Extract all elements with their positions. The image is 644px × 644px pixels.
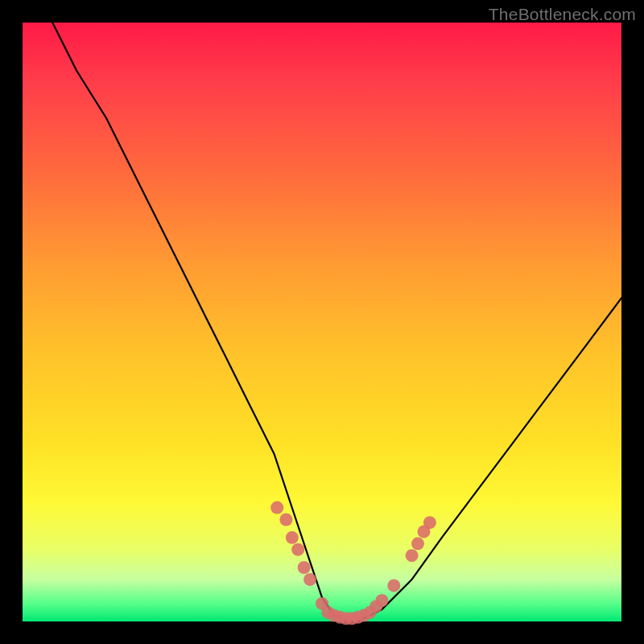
data-marker (423, 516, 436, 529)
data-marker (279, 514, 292, 526)
chart-frame: TheBottleneck.com (0, 0, 644, 644)
data-marker (411, 537, 424, 550)
chart-plot-area (23, 23, 621, 621)
data-marker (298, 561, 311, 574)
bottleneck-curve (52, 23, 621, 621)
data-marker (406, 549, 419, 562)
watermark-text: TheBottleneck.com (489, 5, 636, 24)
chart-svg (23, 23, 621, 621)
data-marker (291, 543, 304, 556)
data-marker (375, 594, 388, 607)
data-marker (303, 573, 316, 586)
data-marker (286, 531, 299, 544)
data-marker (270, 502, 283, 514)
data-marker (387, 579, 400, 592)
